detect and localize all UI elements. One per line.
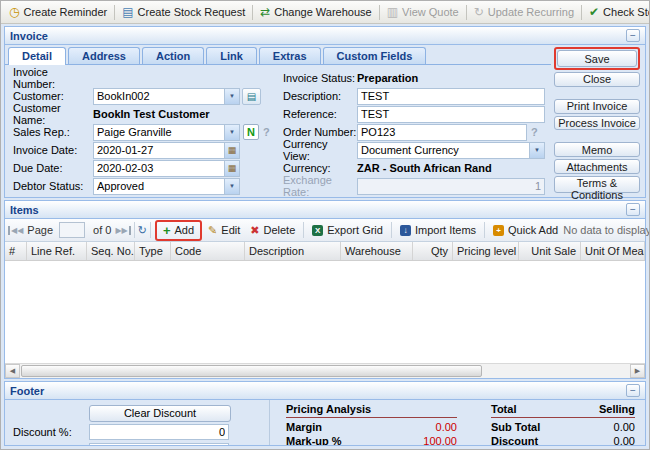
sales-rep-note-badge[interactable]: N — [243, 124, 259, 140]
customer-combo: ▼ — [93, 88, 240, 105]
page-prev-button[interactable]: ◀ — [17, 222, 23, 238]
invoice-collapse-icon[interactable]: − — [626, 29, 640, 42]
refresh-icon: ↻ — [138, 224, 147, 237]
items-collapse-icon[interactable]: − — [626, 203, 640, 216]
invoice-date-field: ▦ — [93, 142, 240, 159]
order-number-input[interactable] — [357, 124, 527, 141]
attachments-button[interactable]: Attachments — [554, 159, 640, 174]
tab-address[interactable]: Address — [68, 47, 140, 64]
tab-extras[interactable]: Extras — [259, 47, 321, 64]
toolbar-separator — [252, 5, 253, 20]
column-header-pricing-level[interactable]: Pricing level — [453, 242, 519, 260]
customer-input[interactable] — [94, 89, 224, 104]
column-header-seq-no[interactable]: Seq. No. — [87, 242, 135, 260]
save-button[interactable]: Save — [557, 50, 637, 67]
debtor-status-combo-trigger[interactable]: ▼ — [224, 179, 239, 194]
sales-rep-label: Sales Rep.: — [13, 126, 93, 138]
discount-pct-input[interactable] — [89, 424, 229, 440]
reference-input[interactable] — [357, 106, 545, 123]
sales-rep-input[interactable] — [94, 125, 224, 140]
page-last-button[interactable]: ▶ — [122, 222, 131, 238]
memo-button[interactable]: Memo — [554, 142, 640, 157]
export-grid-button[interactable]: X Export Grid — [307, 222, 388, 238]
tab-custom-fields[interactable]: Custom Fields — [323, 47, 427, 64]
refresh-button[interactable]: ↻ — [138, 222, 147, 238]
customer-lookup-button[interactable]: ▤ — [242, 88, 261, 105]
tab-detail[interactable]: Detail — [8, 47, 66, 65]
add-item-button[interactable]: + Add — [158, 222, 199, 239]
footer-collapse-icon[interactable]: − — [626, 384, 640, 397]
discount-amt-input[interactable] — [89, 443, 229, 445]
currency-view-combo-trigger[interactable]: ▼ — [529, 143, 544, 158]
scroll-left-icon[interactable]: ◀ — [5, 364, 20, 378]
selling-column-header: Selling — [599, 403, 635, 415]
invoice-panel-title: Invoice — [10, 30, 48, 42]
due-date-input[interactable] — [94, 161, 224, 176]
column-header-unit-of-measure[interactable]: Unit Of Measure — [581, 242, 645, 260]
horizontal-scrollbar[interactable]: ◀ ▶ — [5, 363, 645, 378]
customer-label: Customer: — [13, 90, 93, 102]
reminder-clock-icon: ◷ — [9, 6, 19, 18]
debtor-status-input[interactable] — [94, 179, 224, 194]
invoice-date-picker-trigger[interactable]: ▦ — [224, 143, 239, 158]
discount-pct-label: Discount %: — [13, 426, 89, 438]
items-grid-body[interactable] — [5, 261, 645, 363]
update-recurring-button: ↻ Update Recurring — [469, 4, 579, 20]
check-stock-qtys-label: Check Stock Qtys — [603, 6, 650, 18]
update-recurring-label: Update Recurring — [488, 6, 574, 18]
totals-header: Total Selling — [491, 403, 635, 418]
page-first-button[interactable]: ◀ — [8, 222, 17, 238]
tab-action[interactable]: Action — [142, 47, 204, 64]
description-input[interactable] — [357, 88, 545, 105]
column-header-unit-sale[interactable]: Unit Sale — [519, 242, 581, 260]
view-quote-icon: ▥ — [387, 6, 398, 18]
close-button[interactable]: Close — [554, 72, 640, 87]
toolbar-separator — [466, 5, 467, 20]
last-page-icon: ▶ — [122, 226, 131, 235]
page-number-input[interactable] — [59, 222, 85, 238]
column-header-type[interactable]: Type — [135, 242, 171, 260]
check-stock-qtys-button[interactable]: ✔ Check Stock Qtys — [584, 4, 650, 20]
quick-add-button[interactable]: + Quick Add — [488, 222, 563, 238]
delete-x-icon: ✖ — [250, 225, 259, 236]
clear-discount-button[interactable]: Clear Discount — [89, 405, 231, 422]
edit-item-button[interactable]: ✎ Edit — [203, 222, 245, 238]
currency-label: Currency: — [283, 162, 357, 174]
column-header-code[interactable]: Code — [171, 242, 245, 260]
markup-value: 100.00 — [423, 435, 457, 445]
tab-link[interactable]: Link — [206, 47, 257, 64]
invoice-date-input[interactable] — [94, 143, 224, 158]
change-warehouse-button[interactable]: ⇄ Change Warehouse — [255, 4, 377, 20]
create-reminder-button[interactable]: ◷ Create Reminder — [4, 4, 112, 20]
column-header-line-ref[interactable]: Line Ref. — [27, 242, 87, 260]
sales-rep-combo-trigger[interactable]: ▼ — [224, 125, 239, 140]
delete-item-button[interactable]: ✖ Delete — [245, 222, 300, 238]
edit-item-label: Edit — [221, 224, 240, 236]
discount-section: Clear Discount Discount %: Discount Amt.… — [5, 400, 270, 445]
create-stock-request-button[interactable]: ▤ Create Stock Request — [117, 4, 250, 20]
lookup-icon: ▤ — [247, 91, 256, 102]
customer-combo-trigger[interactable]: ▼ — [224, 89, 239, 104]
invoice-tabs: Detail Address Action Link Extras Custom… — [5, 45, 551, 65]
terms-conditions-button[interactable]: Terms & Conditions — [554, 176, 640, 193]
process-invoice-button[interactable]: Process Invoice — [554, 116, 640, 131]
toolbar-separator — [484, 222, 485, 238]
column-header-warehouse[interactable]: Warehouse — [341, 242, 413, 260]
grid-status-text: No data to display — [563, 224, 650, 236]
quick-add-icon: + — [493, 225, 504, 236]
import-items-button[interactable]: ↓ Import Items — [395, 222, 481, 238]
column-header-number[interactable]: # — [5, 242, 27, 260]
pricing-analysis-row: Margin 0.00 — [286, 420, 457, 434]
column-header-description[interactable]: Description — [245, 242, 341, 260]
scroll-right-icon[interactable]: ▶ — [630, 364, 645, 378]
column-header-qty[interactable]: Qty — [413, 242, 453, 260]
chevron-down-icon: ▼ — [534, 147, 540, 153]
due-date-label: Due Date: — [13, 162, 93, 174]
scrollbar-thumb[interactable] — [21, 365, 482, 377]
print-invoice-button[interactable]: Print Invoice — [554, 99, 640, 114]
footer-body: Clear Discount Discount %: Discount Amt.… — [5, 400, 645, 445]
total-discount-label: Discount — [491, 435, 538, 445]
main-toolbar: ◷ Create Reminder ▤ Create Stock Request… — [1, 1, 649, 24]
currency-view-input[interactable] — [358, 143, 529, 158]
due-date-picker-trigger[interactable]: ▦ — [224, 161, 239, 176]
